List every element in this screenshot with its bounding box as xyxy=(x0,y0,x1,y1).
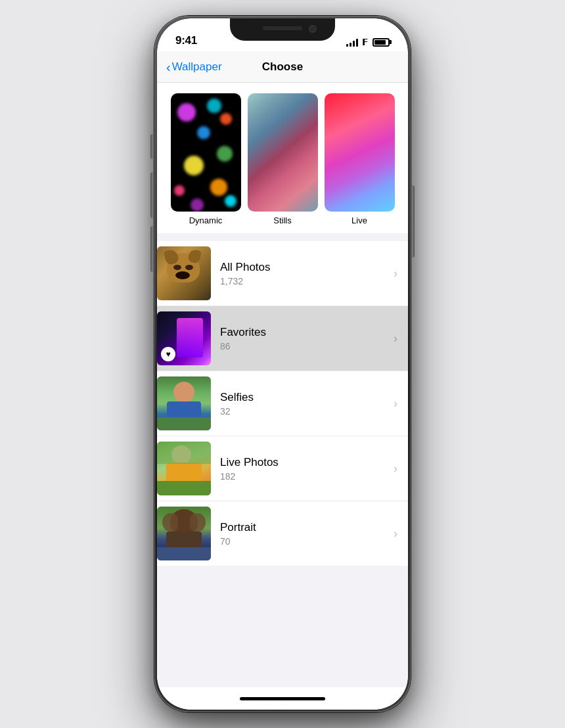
photo-thumb-portrait xyxy=(157,507,211,560)
battery-icon xyxy=(373,38,390,47)
photo-info-all-photos: All Photos 1,732 xyxy=(220,261,388,286)
notch-speaker xyxy=(263,26,302,30)
notch xyxy=(230,18,335,41)
phone-outer: 9:41 𝗙 ‹ Wa xyxy=(154,16,411,712)
dog-thumbnail xyxy=(157,246,211,300)
photo-name-favorites: Favorites xyxy=(220,326,388,339)
content-area: Dynamic Stills Live xyxy=(157,83,408,687)
photo-row-portrait[interactable]: Portrait 70 › xyxy=(157,501,408,566)
photo-count-selfies: 32 xyxy=(220,406,388,417)
photo-thumb-live-photos xyxy=(157,442,211,495)
wallpaper-label-stills: Stills xyxy=(273,216,291,225)
home-bar xyxy=(240,697,325,700)
wallpaper-item-live[interactable]: Live xyxy=(325,93,395,225)
photo-count-live-photos: 182 xyxy=(220,471,388,482)
volume-up-button[interactable] xyxy=(150,172,154,218)
photo-list: All Photos 1,732 › ♥ xyxy=(157,241,408,566)
photo-thumb-all-photos xyxy=(157,246,211,300)
status-icons: 𝗙 xyxy=(346,37,390,47)
photo-info-live-photos: Live Photos 182 xyxy=(220,456,388,482)
photo-row-live-photos[interactable]: Live Photos 182 › xyxy=(157,436,408,501)
photo-name-portrait: Portrait xyxy=(220,521,388,534)
chevron-icon-selfies: › xyxy=(394,397,397,411)
chevron-icon-portrait: › xyxy=(394,527,397,541)
wallpaper-section: Dynamic Stills Live xyxy=(157,83,408,233)
photo-count-all-photos: 1,732 xyxy=(220,276,388,286)
phone-inner: 9:41 𝗙 ‹ Wa xyxy=(157,18,408,710)
notch-camera xyxy=(309,25,317,33)
photo-info-portrait: Portrait 70 xyxy=(220,521,388,547)
back-label: Wallpaper xyxy=(172,60,222,74)
photo-row-selfies[interactable]: Selfies 32 › xyxy=(157,371,408,436)
selfies-thumbnail xyxy=(157,376,211,430)
signal-icon xyxy=(346,37,358,47)
chevron-icon-live-photos: › xyxy=(394,462,397,476)
photo-name-all-photos: All Photos xyxy=(220,261,388,274)
favorites-thumbnail: ♥ xyxy=(157,311,211,365)
home-indicator xyxy=(157,687,408,710)
wallpaper-label-live: Live xyxy=(351,216,367,225)
power-button[interactable] xyxy=(411,185,415,258)
chevron-icon-all-photos: › xyxy=(394,267,397,281)
nav-bar: ‹ Wallpaper Choose xyxy=(157,51,408,83)
photo-count-favorites: 86 xyxy=(220,341,388,352)
photo-count-portrait: 70 xyxy=(220,536,388,547)
status-time: 9:41 xyxy=(175,34,197,47)
wallpaper-item-dynamic[interactable]: Dynamic xyxy=(171,93,241,225)
chevron-left-icon: ‹ xyxy=(166,60,171,74)
heart-icon: ♥ xyxy=(161,347,175,361)
volume-down-button[interactable] xyxy=(150,226,154,272)
back-button[interactable]: ‹ Wallpaper xyxy=(166,60,222,74)
photo-info-selfies: Selfies 32 xyxy=(220,391,388,417)
wifi-icon: 𝗙 xyxy=(362,37,369,47)
photo-name-live-photos: Live Photos xyxy=(220,456,388,469)
nav-title: Choose xyxy=(262,60,303,74)
chevron-icon-favorites: › xyxy=(394,332,397,346)
portrait-thumbnail xyxy=(157,507,211,560)
photo-info-favorites: Favorites 86 xyxy=(220,326,388,352)
wallpaper-thumb-stills xyxy=(248,93,318,212)
photo-thumb-selfies xyxy=(157,376,211,430)
photo-row-all-photos[interactable]: All Photos 1,732 › xyxy=(157,241,408,306)
photo-thumb-favorites: ♥ xyxy=(157,311,211,365)
mute-button[interactable] xyxy=(150,134,154,159)
wallpaper-label-dynamic: Dynamic xyxy=(189,216,223,225)
wallpaper-item-stills[interactable]: Stills xyxy=(248,93,318,225)
live-photos-thumbnail xyxy=(157,442,211,495)
wallpaper-thumb-dynamic xyxy=(171,93,241,212)
wallpaper-thumb-live xyxy=(325,93,395,212)
screen: 9:41 𝗙 ‹ Wa xyxy=(157,18,408,710)
photo-name-selfies: Selfies xyxy=(220,391,388,404)
section-divider xyxy=(157,233,408,241)
photo-row-favorites[interactable]: ♥ Favorites 86 › xyxy=(157,306,408,371)
